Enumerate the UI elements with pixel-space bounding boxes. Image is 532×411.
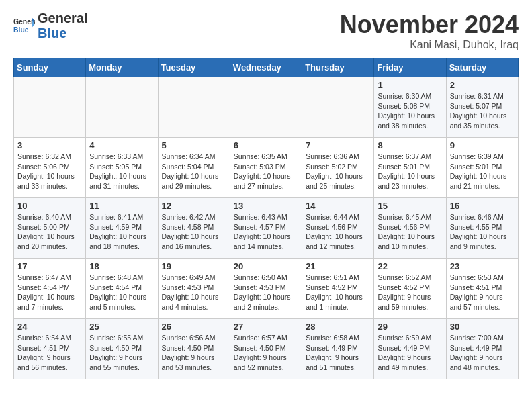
calendar-cell: 24Sunrise: 6:54 AM Sunset: 4:51 PM Dayli…	[14, 319, 86, 379]
day-number: 30	[450, 322, 515, 332]
logo-general: General	[38, 11, 87, 26]
calendar-cell: 1Sunrise: 6:30 AM Sunset: 5:08 PM Daylig…	[374, 77, 446, 138]
day-number: 13	[234, 201, 298, 211]
calendar-cell: 11Sunrise: 6:41 AM Sunset: 4:59 PM Dayli…	[86, 198, 158, 259]
calendar-cell: 4Sunrise: 6:33 AM Sunset: 5:05 PM Daylig…	[86, 138, 158, 198]
svg-text:Blue: Blue	[13, 26, 29, 34]
calendar-cell: 7Sunrise: 6:36 AM Sunset: 5:02 PM Daylig…	[302, 138, 374, 198]
day-info: Sunrise: 6:54 AM Sunset: 4:51 PM Dayligh…	[17, 333, 82, 373]
calendar-cell: 30Sunrise: 7:00 AM Sunset: 4:49 PM Dayli…	[446, 319, 518, 379]
calendar-cell: 12Sunrise: 6:42 AM Sunset: 4:58 PM Dayli…	[158, 198, 230, 259]
day-info: Sunrise: 6:37 AM Sunset: 5:01 PM Dayligh…	[378, 152, 442, 191]
day-info: Sunrise: 6:56 AM Sunset: 4:50 PM Dayligh…	[162, 333, 226, 373]
day-number: 22	[378, 261, 442, 271]
day-info: Sunrise: 6:34 AM Sunset: 5:04 PM Dayligh…	[162, 152, 226, 191]
day-number: 14	[306, 201, 370, 211]
week-row-4: 17Sunrise: 6:47 AM Sunset: 4:54 PM Dayli…	[14, 259, 519, 319]
weekday-header-tuesday: Tuesday	[158, 58, 230, 77]
day-number: 9	[450, 140, 515, 150]
calendar-cell: 29Sunrise: 6:59 AM Sunset: 4:49 PM Dayli…	[374, 319, 446, 379]
day-info: Sunrise: 6:35 AM Sunset: 5:03 PM Dayligh…	[234, 152, 298, 191]
week-row-3: 10Sunrise: 6:40 AM Sunset: 5:00 PM Dayli…	[14, 198, 519, 259]
day-info: Sunrise: 6:36 AM Sunset: 5:02 PM Dayligh…	[306, 152, 370, 191]
calendar-cell: 20Sunrise: 6:50 AM Sunset: 4:53 PM Dayli…	[230, 259, 302, 319]
calendar-cell: 28Sunrise: 6:58 AM Sunset: 4:49 PM Dayli…	[302, 319, 374, 379]
day-info: Sunrise: 6:55 AM Sunset: 4:50 PM Dayligh…	[89, 333, 154, 373]
day-number: 3	[17, 140, 82, 150]
calendar-cell: 15Sunrise: 6:45 AM Sunset: 4:56 PM Dayli…	[374, 198, 446, 259]
day-number: 1	[378, 80, 442, 90]
day-info: Sunrise: 6:50 AM Sunset: 4:53 PM Dayligh…	[234, 273, 298, 312]
day-number: 19	[162, 261, 226, 271]
day-info: Sunrise: 6:48 AM Sunset: 4:54 PM Dayligh…	[89, 273, 154, 312]
day-info: Sunrise: 6:49 AM Sunset: 4:53 PM Dayligh…	[162, 273, 226, 312]
day-info: Sunrise: 7:00 AM Sunset: 4:49 PM Dayligh…	[450, 333, 515, 373]
calendar-cell: 21Sunrise: 6:51 AM Sunset: 4:52 PM Dayli…	[302, 259, 374, 319]
calendar-cell: 19Sunrise: 6:49 AM Sunset: 4:53 PM Dayli…	[158, 259, 230, 319]
day-info: Sunrise: 6:45 AM Sunset: 4:56 PM Dayligh…	[378, 212, 442, 252]
week-row-1: 1Sunrise: 6:30 AM Sunset: 5:08 PM Daylig…	[14, 77, 519, 138]
day-number: 20	[234, 261, 298, 271]
logo: General Blue General Blue	[13, 11, 87, 40]
day-number: 27	[234, 322, 298, 332]
day-info: Sunrise: 6:42 AM Sunset: 4:58 PM Dayligh…	[162, 212, 226, 252]
day-number: 15	[378, 201, 442, 211]
calendar-cell: 16Sunrise: 6:46 AM Sunset: 4:55 PM Dayli…	[446, 198, 518, 259]
calendar-cell: 17Sunrise: 6:47 AM Sunset: 4:54 PM Dayli…	[14, 259, 86, 319]
day-info: Sunrise: 6:44 AM Sunset: 4:56 PM Dayligh…	[306, 212, 370, 252]
calendar-cell: 25Sunrise: 6:55 AM Sunset: 4:50 PM Dayli…	[86, 319, 158, 379]
day-number: 24	[17, 322, 82, 332]
calendar-cell: 2Sunrise: 6:31 AM Sunset: 5:07 PM Daylig…	[446, 77, 518, 138]
day-info: Sunrise: 6:59 AM Sunset: 4:49 PM Dayligh…	[378, 333, 442, 373]
day-info: Sunrise: 6:58 AM Sunset: 4:49 PM Dayligh…	[306, 333, 370, 373]
calendar-cell: 5Sunrise: 6:34 AM Sunset: 5:04 PM Daylig…	[158, 138, 230, 198]
day-info: Sunrise: 6:46 AM Sunset: 4:55 PM Dayligh…	[450, 212, 515, 252]
day-number: 6	[234, 140, 298, 150]
day-number: 23	[450, 261, 515, 271]
day-info: Sunrise: 6:40 AM Sunset: 5:00 PM Dayligh…	[17, 212, 82, 252]
weekday-header-monday: Monday	[86, 58, 158, 77]
week-row-5: 24Sunrise: 6:54 AM Sunset: 4:51 PM Dayli…	[14, 319, 519, 379]
day-info: Sunrise: 6:33 AM Sunset: 5:05 PM Dayligh…	[89, 152, 154, 191]
calendar-cell: 3Sunrise: 6:32 AM Sunset: 5:06 PM Daylig…	[14, 138, 86, 198]
day-info: Sunrise: 6:39 AM Sunset: 5:01 PM Dayligh…	[450, 152, 515, 191]
weekday-header-wednesday: Wednesday	[230, 58, 302, 77]
day-number: 28	[306, 322, 370, 332]
day-number: 5	[162, 140, 226, 150]
calendar-cell: 14Sunrise: 6:44 AM Sunset: 4:56 PM Dayli…	[302, 198, 374, 259]
day-number: 16	[450, 201, 515, 211]
day-info: Sunrise: 6:53 AM Sunset: 4:51 PM Dayligh…	[450, 273, 515, 312]
day-info: Sunrise: 6:51 AM Sunset: 4:52 PM Dayligh…	[306, 273, 370, 312]
weekday-header-friday: Friday	[374, 58, 446, 77]
logo-blue: Blue	[38, 26, 87, 40]
calendar-cell	[302, 77, 374, 138]
month-title: November 2024	[340, 11, 519, 39]
title-block: November 2024 Kani Masi, Duhok, Iraq	[340, 11, 519, 51]
weekday-header-thursday: Thursday	[302, 58, 374, 77]
weekday-header-sunday: Sunday	[14, 58, 86, 77]
day-number: 25	[89, 322, 154, 332]
weekday-header-saturday: Saturday	[446, 58, 518, 77]
day-number: 29	[378, 322, 442, 332]
day-info: Sunrise: 6:32 AM Sunset: 5:06 PM Dayligh…	[17, 152, 82, 191]
day-number: 18	[89, 261, 154, 271]
calendar-cell	[14, 77, 86, 138]
day-info: Sunrise: 6:30 AM Sunset: 5:08 PM Dayligh…	[378, 91, 442, 131]
day-number: 4	[89, 140, 154, 150]
day-info: Sunrise: 6:43 AM Sunset: 4:57 PM Dayligh…	[234, 212, 298, 252]
day-info: Sunrise: 6:41 AM Sunset: 4:59 PM Dayligh…	[89, 212, 154, 252]
day-number: 26	[162, 322, 226, 332]
calendar-cell	[86, 77, 158, 138]
calendar-cell: 10Sunrise: 6:40 AM Sunset: 5:00 PM Dayli…	[14, 198, 86, 259]
calendar-cell: 27Sunrise: 6:57 AM Sunset: 4:50 PM Dayli…	[230, 319, 302, 379]
calendar-cell	[230, 77, 302, 138]
weekday-header-row: SundayMondayTuesdayWednesdayThursdayFrid…	[14, 58, 519, 77]
week-row-2: 3Sunrise: 6:32 AM Sunset: 5:06 PM Daylig…	[14, 138, 519, 198]
day-info: Sunrise: 6:52 AM Sunset: 4:52 PM Dayligh…	[378, 273, 442, 312]
logo-icon: General Blue	[13, 15, 35, 36]
calendar-cell	[158, 77, 230, 138]
day-info: Sunrise: 6:31 AM Sunset: 5:07 PM Dayligh…	[450, 91, 515, 131]
day-number: 11	[89, 201, 154, 211]
calendar-cell: 8Sunrise: 6:37 AM Sunset: 5:01 PM Daylig…	[374, 138, 446, 198]
header: General Blue General Blue November 2024 …	[13, 11, 519, 51]
